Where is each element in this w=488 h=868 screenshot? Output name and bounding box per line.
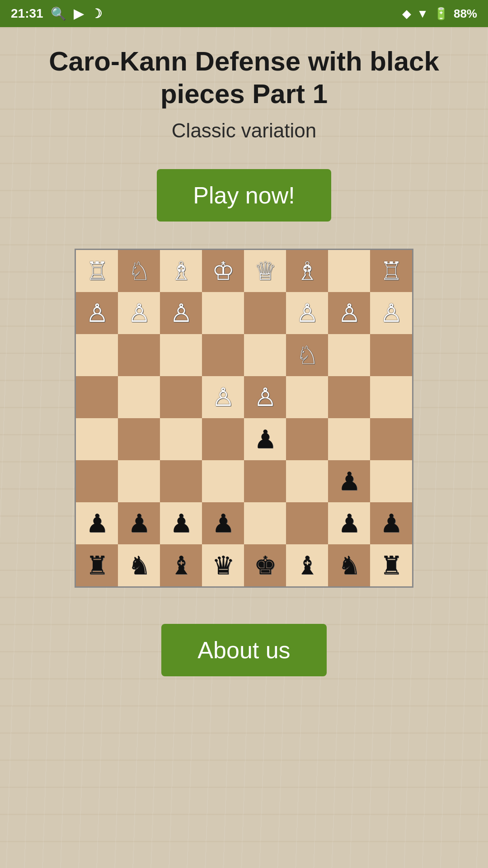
cell: ♟ bbox=[160, 502, 202, 544]
status-bar: 21:31 🔍 ▶ ☽ ◆ ▼ 🔋 88% bbox=[0, 0, 488, 27]
play-store-icon: ▶ bbox=[74, 6, 84, 21]
cell: ♗ bbox=[160, 250, 202, 292]
chess-board-container: ♖♘♗♔♕♗♖♙♙♙♙♙♙♘♙♙♟♟♟♟♟♟♟♟♜♞♝♛♚♝♞♜ bbox=[75, 249, 413, 588]
cell bbox=[76, 460, 118, 502]
cell bbox=[76, 418, 118, 460]
cell bbox=[118, 460, 160, 502]
cell: ♟ bbox=[244, 418, 286, 460]
cell bbox=[160, 418, 202, 460]
time-display: 21:31 bbox=[11, 6, 43, 21]
cell bbox=[370, 460, 412, 502]
cell bbox=[286, 418, 328, 460]
cell bbox=[118, 418, 160, 460]
page-title: Caro-Kann Defense with black pieces Part… bbox=[9, 45, 479, 110]
cell: ♚ bbox=[244, 544, 286, 586]
cell bbox=[160, 460, 202, 502]
cell: ♔ bbox=[202, 250, 244, 292]
cell bbox=[370, 376, 412, 418]
cell bbox=[370, 334, 412, 376]
cell bbox=[118, 334, 160, 376]
main-content: Caro-Kann Defense with black pieces Part… bbox=[0, 27, 488, 868]
cell bbox=[286, 376, 328, 418]
cell: ♖ bbox=[76, 250, 118, 292]
cell: ♙ bbox=[76, 292, 118, 334]
cell bbox=[244, 502, 286, 544]
cell: ♙ bbox=[328, 292, 370, 334]
status-left: 21:31 🔍 ▶ ☽ bbox=[11, 6, 102, 21]
cell: ♗ bbox=[286, 250, 328, 292]
page-subtitle: Classic variation bbox=[172, 119, 316, 142]
cell bbox=[118, 376, 160, 418]
cell bbox=[244, 460, 286, 502]
cell bbox=[160, 334, 202, 376]
cell: ♖ bbox=[370, 250, 412, 292]
cell bbox=[202, 460, 244, 502]
cell bbox=[328, 418, 370, 460]
cell: ♟ bbox=[76, 502, 118, 544]
cell: ♙ bbox=[286, 292, 328, 334]
cell: ♟ bbox=[118, 502, 160, 544]
wifi-icon: ▼ bbox=[417, 7, 428, 21]
cell: ♜ bbox=[370, 544, 412, 586]
search-icon: 🔍 bbox=[51, 6, 66, 21]
cell bbox=[76, 334, 118, 376]
cell: ♙ bbox=[202, 376, 244, 418]
cell: ♘ bbox=[118, 250, 160, 292]
cell: ♟ bbox=[202, 502, 244, 544]
cell: ♙ bbox=[244, 376, 286, 418]
cell: ♙ bbox=[118, 292, 160, 334]
cell: ♛ bbox=[202, 544, 244, 586]
battery-icon: 🔋 bbox=[434, 7, 448, 21]
cell: ♟ bbox=[328, 460, 370, 502]
cell: ♙ bbox=[370, 292, 412, 334]
cell bbox=[328, 376, 370, 418]
battery-level: 88% bbox=[454, 7, 477, 21]
about-us-button[interactable]: About us bbox=[161, 624, 326, 676]
status-right: ◆ ▼ 🔋 88% bbox=[402, 7, 477, 21]
cell bbox=[160, 376, 202, 418]
cell bbox=[202, 418, 244, 460]
cell: ♜ bbox=[76, 544, 118, 586]
chess-board: ♖♘♗♔♕♗♖♙♙♙♙♙♙♘♙♙♟♟♟♟♟♟♟♟♜♞♝♛♚♝♞♜ bbox=[76, 250, 412, 586]
play-now-button[interactable]: Play now! bbox=[157, 169, 331, 222]
cell bbox=[370, 418, 412, 460]
moon-icon: ☽ bbox=[91, 6, 102, 21]
cell: ♕ bbox=[244, 250, 286, 292]
cell bbox=[76, 376, 118, 418]
cell bbox=[244, 292, 286, 334]
signal-icon: ◆ bbox=[402, 7, 411, 21]
cell bbox=[328, 250, 370, 292]
cell: ♟ bbox=[370, 502, 412, 544]
cell: ♝ bbox=[286, 544, 328, 586]
cell bbox=[286, 502, 328, 544]
cell bbox=[202, 292, 244, 334]
cell: ♙ bbox=[160, 292, 202, 334]
cell: ♞ bbox=[118, 544, 160, 586]
cell: ♟ bbox=[328, 502, 370, 544]
cell bbox=[244, 334, 286, 376]
cell: ♘ bbox=[286, 334, 328, 376]
cell: ♝ bbox=[160, 544, 202, 586]
cell bbox=[328, 334, 370, 376]
cell bbox=[286, 460, 328, 502]
cell bbox=[202, 334, 244, 376]
cell: ♞ bbox=[328, 544, 370, 586]
